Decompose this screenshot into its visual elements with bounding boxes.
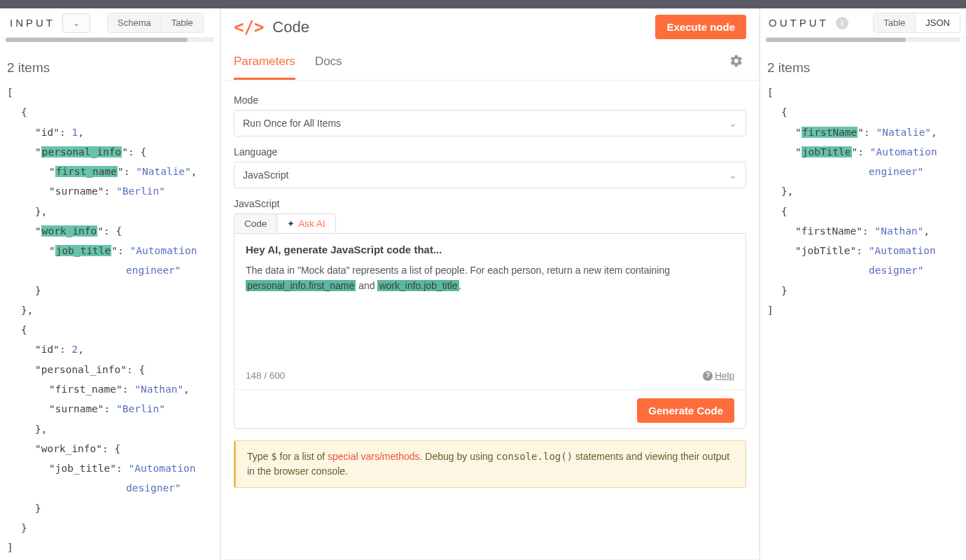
execute-node-button[interactable]: Execute node: [655, 15, 746, 39]
output-tab-table[interactable]: Table: [874, 13, 916, 32]
inner-tab-ask-ai[interactable]: ✦ Ask AI: [277, 214, 335, 233]
chevron-down-icon: ⌄: [729, 169, 737, 181]
output-items-count: 2 items: [760, 42, 966, 83]
form-body: Mode Run Once for All Items ⌄ Language J…: [221, 80, 759, 559]
info-icon[interactable]: i: [836, 17, 848, 29]
input-tab-schema[interactable]: Schema: [108, 13, 162, 32]
help-label: Help: [715, 370, 734, 381]
hint-text-mid2: . Debug by using: [420, 451, 496, 462]
ask-ai-box: Hey AI, generate JavaScript code that...…: [234, 233, 746, 429]
input-panel: INPUT ⌄ Schema Table 2 items [ { "id": 1…: [0, 8, 220, 560]
output-view-tabs: Table JSON: [873, 13, 960, 33]
output-json-area[interactable]: [ { "firstName": "Natalie", "jobTitle": …: [760, 83, 966, 560]
input-dropdown-toggle[interactable]: ⌄: [62, 13, 90, 33]
ask-ai-title: Hey AI, generate JavaScript code that...: [246, 244, 734, 255]
node-title: Code: [272, 18, 647, 36]
hint-dollar: $: [271, 451, 276, 462]
hint-code-console: console.log(): [496, 451, 573, 462]
center-header: </> Code Execute node: [221, 9, 759, 45]
mode-select[interactable]: Run Once for All Items ⌄: [234, 110, 746, 136]
center-panel: </> Code Execute node Parameters Docs Mo…: [220, 8, 760, 560]
hint-link-special-vars[interactable]: special vars/methods: [328, 451, 420, 462]
input-title: INPUT: [10, 17, 55, 29]
ai-highlight-2: work_info.job_title: [377, 280, 458, 291]
ai-text-mid: and: [356, 280, 377, 291]
input-view-tabs: Schema Table: [107, 13, 204, 33]
code-icon: </>: [234, 18, 264, 37]
generate-code-button[interactable]: Generate Code: [637, 398, 734, 423]
input-json-content: [ { "id": 1, "personal_info": { "first_n…: [0, 83, 220, 560]
mode-value: Run Once for All Items: [243, 118, 341, 129]
output-tab-json[interactable]: JSON: [916, 13, 960, 32]
hint-text-before: Type: [247, 451, 271, 462]
help-link[interactable]: ? Help: [703, 370, 734, 381]
language-value: JavaScript: [243, 169, 288, 181]
input-json-area[interactable]: [ { "id": 1, "personal_info": { "first_n…: [0, 83, 220, 560]
tab-docs[interactable]: Docs: [315, 45, 342, 80]
mode-label: Mode: [234, 94, 746, 106]
main-layout: INPUT ⌄ Schema Table 2 items [ { "id": 1…: [0, 8, 966, 560]
generate-row: Generate Code: [234, 389, 746, 423]
gear-icon[interactable]: [727, 54, 746, 71]
inner-tab-code[interactable]: Code: [234, 214, 277, 233]
chevron-down-icon: ⌄: [73, 18, 80, 28]
language-select[interactable]: JavaScript ⌄: [234, 162, 746, 188]
hint-box: Type $ for a list of special vars/method…: [234, 440, 746, 488]
char-count: 148 / 600: [246, 370, 285, 381]
chevron-down-icon: ⌄: [729, 118, 737, 129]
input-items-count: 2 items: [0, 42, 220, 83]
app-top-bar: [0, 0, 966, 8]
tab-parameters[interactable]: Parameters: [234, 45, 295, 80]
help-icon: ?: [703, 371, 713, 381]
output-panel: OUTPUT i Table JSON 2 items [ { "firstNa…: [760, 8, 966, 560]
language-label: Language: [234, 146, 746, 158]
output-panel-header: OUTPUT i Table JSON: [760, 8, 966, 38]
output-json-content: [ { "firstName": "Natalie", "jobTitle": …: [760, 83, 966, 334]
input-panel-header: INPUT ⌄ Schema Table: [0, 8, 220, 38]
hint-text-mid1: for a list of: [277, 451, 328, 462]
ai-highlight-1: personal_info.first_name: [246, 280, 356, 291]
output-title: OUTPUT: [769, 17, 829, 29]
javascript-label: JavaScript: [234, 198, 746, 209]
ask-ai-footer: 148 / 600 ? Help: [246, 370, 734, 381]
center-tabs: Parameters Docs: [221, 45, 759, 80]
output-horizontal-scrollbar[interactable]: [766, 38, 960, 42]
code-inner-tabs: Code ✦ Ask AI: [234, 214, 746, 233]
inner-tab-ask-ai-label: Ask AI: [298, 218, 325, 229]
ai-text-before: The data in "Mock data" represents a lis…: [246, 265, 670, 276]
ask-ai-textarea[interactable]: The data in "Mock data" represents a lis…: [246, 262, 734, 368]
input-tab-table[interactable]: Table: [162, 13, 203, 32]
sparkle-icon: ✦: [287, 218, 295, 229]
input-horizontal-scrollbar[interactable]: [6, 38, 214, 42]
ai-text-after: .: [459, 280, 462, 291]
